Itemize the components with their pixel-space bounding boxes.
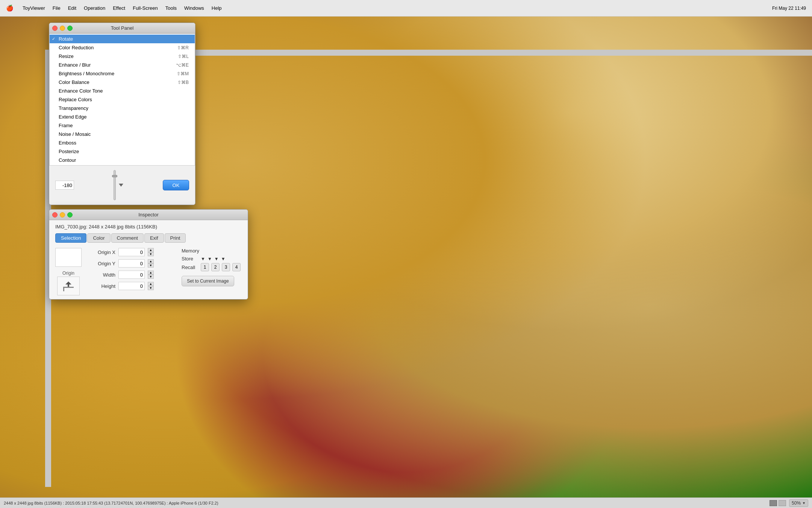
menu-item-color-balance[interactable]: Color Balance ⇧⌘B — [50, 78, 195, 87]
menu-file[interactable]: File — [53, 5, 61, 11]
field-input-origin-x[interactable] — [118, 248, 145, 256]
field-label-width: Width — [89, 272, 115, 278]
menu-item-contour-label: Contour — [59, 157, 76, 163]
menu-item-contour[interactable]: Contour — [50, 156, 195, 164]
menu-item-posterize[interactable]: Posterize — [50, 147, 195, 156]
menu-item-rotate[interactable]: ✓ Rotate — [50, 35, 195, 43]
view-mode-split[interactable] — [779, 500, 786, 506]
stepper-down-origin-x[interactable]: ▼ — [148, 252, 154, 256]
zoom-dropdown-icon[interactable]: ▼ — [802, 501, 806, 505]
menu-item-posterize-label: Posterize — [59, 149, 79, 154]
zoom-value: 50% — [792, 500, 801, 506]
memory-recall-4[interactable]: 4 — [232, 263, 241, 271]
tab-print[interactable]: Print — [165, 233, 186, 243]
stepper-up-width[interactable]: ▲ — [148, 271, 154, 275]
field-input-width[interactable] — [118, 271, 145, 279]
slider-area — [114, 170, 123, 200]
field-input-height[interactable] — [118, 282, 145, 290]
status-right: 50% ▼ — [770, 499, 808, 507]
tab-comment[interactable]: Comment — [111, 233, 144, 243]
field-input-origin-y[interactable] — [118, 259, 145, 268]
minimize-button[interactable] — [60, 26, 65, 31]
tab-selection[interactable]: Selection — [55, 233, 86, 243]
apple-menu[interactable]: 🍎 — [6, 5, 14, 12]
stepper-down-origin-y[interactable]: ▼ — [148, 263, 154, 268]
origin-area: Origin — [57, 271, 80, 295]
menu-item-color-reduction[interactable]: Color Reduction ⇧⌘R — [50, 43, 195, 52]
menu-toyviewer[interactable]: ToyViewer — [23, 5, 45, 11]
stepper-up-origin-y[interactable]: ▲ — [148, 259, 154, 263]
tab-color[interactable]: Color — [87, 233, 110, 243]
memory-recall: Recall 1 2 3 4 — [182, 263, 242, 271]
dropdown-arrow-icon[interactable] — [119, 184, 123, 187]
stepper-down-height[interactable]: ▼ — [148, 286, 154, 290]
menu-item-emboss[interactable]: Emboss — [50, 138, 195, 147]
menu-help[interactable]: Help — [212, 5, 222, 11]
menu-operation[interactable]: Operation — [84, 5, 105, 11]
inspector-filename: IMG_7030.jpg: 2448 x 2448 jpg 8bits (115… — [55, 224, 242, 230]
menu-item-enhance-blur[interactable]: Enhance / Blur ⌥⌘E — [50, 61, 195, 69]
field-label-origin-x: Origin X — [89, 249, 115, 255]
menu-item-noise-mosaic[interactable]: Noise / Mosaic — [50, 130, 195, 138]
close-button[interactable] — [52, 26, 58, 31]
slider-thumb[interactable] — [112, 175, 117, 177]
menu-item-brightness-mono-shortcut: ⇧⌘M — [177, 71, 189, 76]
maximize-button[interactable] — [67, 26, 73, 31]
menu-item-extend-edge[interactable]: Extend Edge — [50, 113, 195, 121]
stepper-width: ▲ ▼ — [148, 271, 154, 279]
menu-item-enhance-color-tone[interactable]: Enhance Color Tone — [50, 87, 195, 95]
memory-recall-1[interactable]: 1 — [201, 263, 209, 271]
menu-item-rotate-label: Rotate — [59, 36, 73, 42]
set-current-image-button[interactable]: Set to Current Image — [182, 276, 234, 286]
menubar-right: Fri May 22 11:49 — [772, 6, 806, 11]
field-row-origin-y: Origin Y ▲ ▼ — [89, 259, 174, 268]
value-input[interactable] — [55, 181, 74, 190]
menu-tools[interactable]: Tools — [165, 5, 177, 11]
tab-exif[interactable]: Exif — [144, 233, 164, 243]
checkmark-icon: ✓ — [52, 37, 55, 41]
ok-button[interactable]: OK — [163, 180, 189, 190]
menu-edit[interactable]: Edit — [68, 5, 76, 11]
inspector-maximize-button[interactable] — [67, 212, 73, 217]
menu-item-brightness-mono[interactable]: Brightness / Monochrome ⇧⌘M — [50, 69, 195, 78]
inspector-fields: Origin X ▲ ▼ Origin Y ▲ ▼ Widt — [89, 248, 174, 295]
inspector-title: Inspector — [138, 212, 158, 217]
inspector-right: Memory Store ▼ ▼ ▼ ▼ Recall 1 2 3 4 — [182, 248, 242, 295]
inspector-titlebar: Inspector — [49, 210, 248, 220]
menu-item-color-balance-shortcut: ⇧⌘B — [177, 80, 189, 85]
stepper-origin-x: ▲ ▼ — [148, 248, 154, 256]
zoom-control[interactable]: 50% ▼ — [789, 499, 808, 507]
memory-recall-2[interactable]: 2 — [211, 263, 220, 271]
menu-item-replace-colors[interactable]: Replace Colors — [50, 95, 195, 104]
inspector-left: Origin — [55, 248, 82, 295]
window-buttons — [52, 26, 73, 31]
memory-store-arrow-4[interactable]: ▼ — [221, 256, 226, 262]
menu-effect[interactable]: Effect — [113, 5, 125, 11]
status-text: 2448 x 2448 jpg 8bits (1156KB) : 2015:05… — [4, 501, 218, 505]
stepper-up-origin-x[interactable]: ▲ — [148, 248, 154, 252]
inspector-close-button[interactable] — [52, 212, 58, 217]
view-mode-single[interactable] — [770, 500, 777, 506]
memory-recall-label: Recall — [182, 265, 198, 270]
menu-item-transparency-label: Transparency — [59, 105, 88, 111]
status-bar: 2448 x 2448 jpg 8bits (1156KB) : 2015:05… — [0, 497, 812, 508]
menu-item-transparency[interactable]: Transparency — [50, 104, 195, 113]
memory-recall-3[interactable]: 3 — [222, 263, 230, 271]
menu-item-frame[interactable]: Frame — [50, 121, 195, 130]
origin-icon — [57, 277, 80, 295]
memory-store-label: Store — [182, 256, 198, 262]
memory-store-arrow-1[interactable]: ▼ — [201, 256, 205, 262]
menu-item-resize[interactable]: Resize ⇧⌘L — [50, 52, 195, 61]
menu-windows[interactable]: Windows — [184, 5, 204, 11]
menu-item-enhance-blur-label: Enhance / Blur — [59, 62, 91, 68]
memory-store-arrow-2[interactable]: ▼ — [208, 256, 212, 262]
memory-store-arrow-3[interactable]: ▼ — [214, 256, 219, 262]
vertical-slider[interactable] — [114, 170, 116, 200]
menu-fullscreen[interactable]: Full-Screen — [133, 5, 158, 11]
stepper-down-width[interactable]: ▼ — [148, 275, 154, 279]
inspector-minimize-button[interactable] — [60, 212, 65, 217]
operation-menu: ✓ Rotate Color Reduction ⇧⌘R Resize ⇧⌘L … — [49, 33, 195, 166]
stepper-up-height[interactable]: ▲ — [148, 282, 154, 286]
tool-panel-window: Tool Panel ✓ Rotate Color Reduction ⇧⌘R … — [49, 23, 195, 205]
menu-item-extend-edge-label: Extend Edge — [59, 114, 86, 120]
